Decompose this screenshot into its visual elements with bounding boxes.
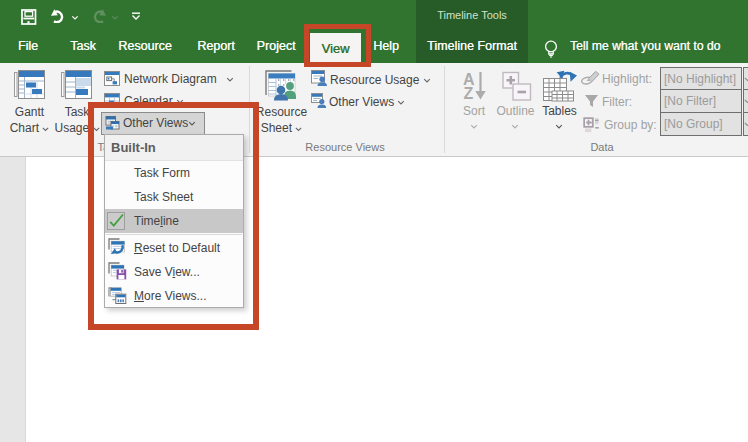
svg-text:Z: Z xyxy=(464,85,474,102)
